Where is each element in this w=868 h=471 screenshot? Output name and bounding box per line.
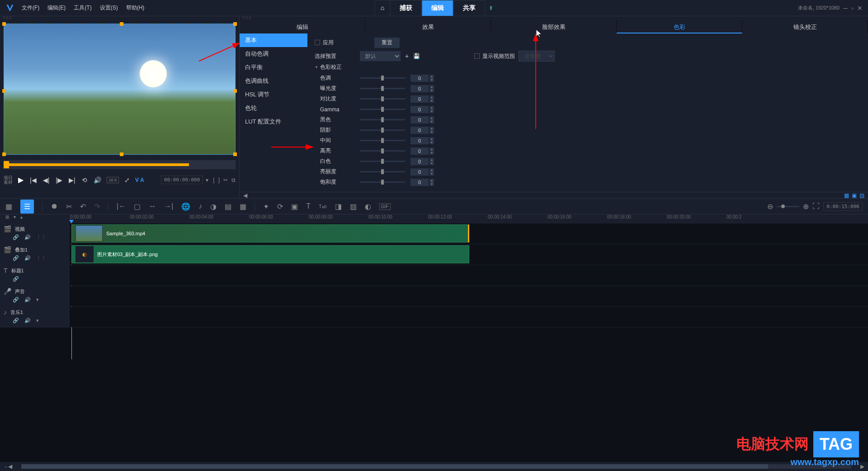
highlight-down[interactable]: ▼: [429, 151, 434, 155]
storyboard-view-icon[interactable]: ▦: [5, 202, 12, 211]
tools-icon[interactable]: ✂: [66, 202, 72, 211]
maximize-button[interactable]: ▫: [851, 5, 854, 12]
menu-tools[interactable]: 工具(T): [74, 4, 91, 12]
t3d-icon[interactable]: T₃ᴅ: [319, 204, 327, 209]
toggle-all-icon[interactable]: ⊞: [5, 214, 9, 219]
drag-handle[interactable]: ⠿⠿⠿: [0, 16, 239, 20]
expand-up-icon[interactable]: ▴: [20, 214, 23, 219]
add-preset-button[interactable]: +: [405, 52, 409, 60]
effects-icon[interactable]: ✦: [263, 202, 269, 211]
vibrance-value[interactable]: 0: [410, 168, 429, 176]
contrast-slider[interactable]: [360, 98, 405, 100]
link-icon[interactable]: 🔗: [13, 234, 19, 240]
timeline-ruler[interactable]: ⊞ ▾ ▴ 0:00:00:00 00:00:02:00 00:00:04:00…: [0, 214, 868, 224]
globe-icon[interactable]: 🌐: [181, 202, 190, 211]
footer-toggle-icon[interactable]: ↔: [4, 464, 8, 469]
menu-help[interactable]: 帮助(H): [126, 4, 145, 12]
volume-button[interactable]: 🔊: [91, 175, 104, 186]
timeline-view-icon[interactable]: ☰: [20, 200, 34, 214]
overlay-track-content[interactable]: ◐ 图片素材03_副本_副本.png: [70, 244, 868, 265]
expand-icon[interactable]: ▾: [36, 318, 39, 324]
fit-zoom-icon[interactable]: ⛶: [812, 202, 820, 210]
highlight-slider[interactable]: [360, 150, 405, 152]
shadow-slider[interactable]: [360, 129, 405, 131]
crop-handle-tr[interactable]: [233, 22, 237, 26]
crop-icon[interactable]: ▢: [134, 202, 141, 211]
close-button[interactable]: ✕: [857, 5, 863, 12]
black-value[interactable]: 0: [410, 116, 429, 124]
crop-handle-bm[interactable]: [120, 152, 123, 156]
sidebar-basic[interactable]: 基本: [240, 33, 307, 47]
tab-edit[interactable]: 编辑: [422, 0, 453, 16]
frame-icon[interactable]: ▣: [291, 202, 298, 211]
crop-handle-tl[interactable]: [2, 22, 6, 26]
bracket-out-icon[interactable]: ]: [218, 177, 220, 183]
goto-start-button[interactable]: |◀: [27, 175, 39, 186]
saturation-up[interactable]: ▲: [429, 179, 434, 182]
mute-icon[interactable]: 🔊: [24, 234, 31, 240]
hue-value[interactable]: 0: [410, 75, 429, 82]
goto-end-button[interactable]: ▶|: [66, 175, 78, 186]
reset-button[interactable]: 重置: [374, 38, 400, 48]
mid-up[interactable]: ▲: [429, 137, 434, 141]
redo-icon[interactable]: ↷: [94, 202, 100, 211]
tab-share[interactable]: 共享: [453, 0, 485, 16]
marker-in-icon[interactable]: |←: [117, 202, 126, 210]
saturation-down[interactable]: ▼: [429, 182, 434, 186]
highlight-up[interactable]: ▲: [429, 147, 434, 151]
prop-tab-face[interactable]: 脸部效果: [491, 20, 617, 33]
lock-icon[interactable]: ⋮⋮: [36, 234, 46, 240]
link-icon[interactable]: 🔗: [13, 318, 19, 324]
exposure-up[interactable]: ▲: [429, 85, 434, 89]
saturation-value[interactable]: 0: [410, 179, 429, 186]
bracket-in-icon[interactable]: [: [213, 177, 214, 183]
mid-down[interactable]: ▼: [429, 141, 434, 144]
rotate-icon[interactable]: ⟳: [277, 202, 283, 211]
mute-icon[interactable]: 🔊: [24, 297, 31, 303]
lock-icon[interactable]: ⋮⋮: [36, 255, 46, 261]
sidebar-hsl[interactable]: HSL 调节: [240, 88, 307, 101]
crop-handle-br[interactable]: [233, 152, 237, 156]
scroll-right-button[interactable]: ▶: [860, 463, 864, 470]
minimize-button[interactable]: ─: [843, 5, 848, 12]
mid-slider[interactable]: [360, 140, 405, 141]
music-icon[interactable]: ♪: [198, 202, 202, 210]
prop-tab-effects[interactable]: 效果: [365, 20, 491, 33]
marker-out-icon[interactable]: →|: [164, 202, 173, 210]
prop-tab-edit[interactable]: 编辑: [240, 20, 365, 33]
tab-home[interactable]: ⌂: [375, 0, 390, 16]
video-clip[interactable]: Sample_360.mp4: [71, 224, 469, 243]
mid-value[interactable]: 0: [410, 137, 429, 144]
zoom-in-icon[interactable]: ⊕: [803, 202, 809, 211]
mute-icon[interactable]: 🔊: [24, 255, 31, 261]
crop-handle-ml[interactable]: [2, 89, 6, 93]
crop-handle-tm[interactable]: [120, 22, 123, 26]
section-color-correction[interactable]: 色彩校正: [315, 63, 861, 71]
text-icon[interactable]: T: [306, 202, 311, 210]
color-icon[interactable]: ▨: [350, 202, 357, 211]
menu-edit[interactable]: 编辑(E): [47, 4, 66, 12]
crop-handle-bl[interactable]: [2, 152, 6, 156]
sidebar-lut[interactable]: LUT 配置文件: [240, 115, 307, 128]
record-icon[interactable]: ⏺: [51, 202, 58, 210]
overlay-icon[interactable]: ◑: [210, 202, 217, 211]
sidebar-autotone[interactable]: 自动色调: [240, 47, 307, 61]
black-slider[interactable]: [360, 119, 405, 120]
play-button[interactable]: ▶: [15, 174, 26, 186]
link-icon[interactable]: 🔗: [13, 276, 19, 282]
zoom-out-icon[interactable]: ⊖: [767, 202, 773, 211]
contrast-value[interactable]: 0: [410, 95, 429, 103]
link-icon[interactable]: 🔗: [13, 297, 19, 303]
scrollbar-thumb[interactable]: [21, 464, 768, 469]
shadow-down[interactable]: ▼: [429, 130, 434, 134]
exposure-value[interactable]: 0: [410, 85, 429, 92]
scroll-left-icon[interactable]: ◀: [243, 192, 247, 199]
menu-settings[interactable]: 设置(S): [100, 4, 118, 12]
exposure-slider[interactable]: [360, 88, 405, 89]
hue-down[interactable]: ▼: [429, 78, 434, 82]
gamma-down[interactable]: ▼: [429, 109, 434, 113]
black-down[interactable]: ▼: [429, 120, 434, 124]
loop-button[interactable]: ⟲: [79, 175, 90, 186]
white-slider[interactable]: [360, 161, 405, 162]
shadow-value[interactable]: 0: [410, 127, 429, 134]
